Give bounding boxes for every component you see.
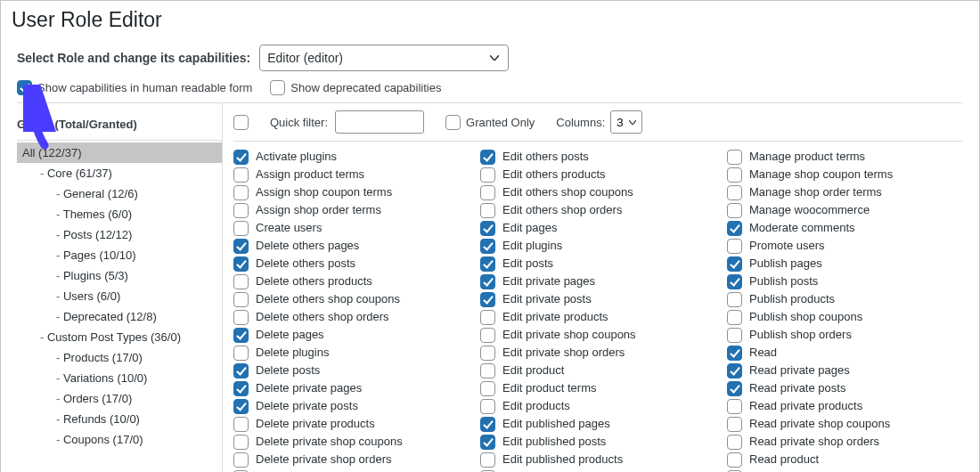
- group-item[interactable]: Plugins (5/3): [17, 265, 222, 286]
- capability-item[interactable]: Read: [727, 345, 963, 361]
- capability-item[interactable]: Manage product terms: [727, 149, 963, 165]
- capability-item[interactable]: Read private shop orders: [727, 434, 963, 450]
- capability-checkbox[interactable]: [480, 452, 495, 468]
- group-item[interactable]: Pages (10/10): [17, 245, 222, 265]
- capability-checkbox[interactable]: [727, 381, 742, 396]
- capability-checkbox[interactable]: [480, 221, 495, 236]
- capability-checkbox[interactable]: [480, 346, 495, 361]
- capability-item[interactable]: Assign shop coupon terms: [233, 184, 470, 200]
- capability-item[interactable]: Promote users: [727, 238, 963, 254]
- capability-checkbox[interactable]: [233, 381, 249, 396]
- capability-checkbox[interactable]: [480, 150, 495, 165]
- capability-item[interactable]: Edit pages: [480, 220, 716, 236]
- capability-item[interactable]: Read private products: [727, 398, 963, 414]
- capability-checkbox[interactable]: [480, 256, 495, 272]
- group-item[interactable]: Orders (17/0): [17, 388, 222, 409]
- capability-checkbox[interactable]: [727, 452, 742, 468]
- capability-checkbox[interactable]: [233, 452, 249, 468]
- capability-checkbox[interactable]: [233, 203, 249, 218]
- capability-item[interactable]: Edit private posts: [480, 291, 716, 307]
- capability-item[interactable]: Edit others shop orders: [480, 202, 716, 218]
- human-readable-checkbox[interactable]: [17, 80, 32, 95]
- capability-checkbox[interactable]: [480, 328, 495, 343]
- capability-checkbox[interactable]: [233, 167, 249, 183]
- capability-item[interactable]: Delete posts: [233, 362, 470, 378]
- columns-select[interactable]: 3: [610, 110, 642, 134]
- capability-item[interactable]: Edit published pages: [480, 416, 716, 432]
- capability-item[interactable]: Edit others products: [480, 167, 716, 183]
- capability-item[interactable]: Delete others products: [233, 273, 470, 289]
- capability-checkbox[interactable]: [233, 346, 249, 361]
- capability-item[interactable]: Edit plugins: [480, 238, 716, 254]
- group-item[interactable]: Products (17/0): [17, 347, 222, 368]
- capability-item[interactable]: Manage woocommerce: [727, 202, 963, 218]
- capability-checkbox[interactable]: [480, 310, 495, 325]
- capability-item[interactable]: Delete pages: [233, 327, 470, 343]
- capability-item[interactable]: Read private shop coupons: [727, 416, 963, 432]
- capability-item[interactable]: Read private pages: [727, 362, 963, 378]
- capability-checkbox[interactable]: [727, 399, 742, 414]
- capability-checkbox[interactable]: [727, 363, 742, 378]
- group-item[interactable]: General (12/6): [17, 183, 222, 204]
- capability-checkbox[interactable]: [727, 150, 742, 165]
- capability-item[interactable]: Edit posts: [480, 256, 716, 272]
- capability-item[interactable]: Read private posts: [727, 380, 963, 396]
- capability-checkbox[interactable]: [233, 185, 249, 200]
- quick-filter-input[interactable]: [335, 110, 424, 134]
- capability-checkbox[interactable]: [480, 435, 495, 450]
- capability-checkbox[interactable]: [233, 399, 249, 414]
- granted-only-toggle[interactable]: Granted Only: [445, 115, 535, 130]
- capability-checkbox[interactable]: [233, 221, 249, 236]
- capability-item[interactable]: Edit others shop coupons: [480, 184, 716, 200]
- capability-item[interactable]: Edit private pages: [480, 273, 716, 289]
- capability-checkbox[interactable]: [727, 221, 742, 236]
- group-item[interactable]: Posts (12/12): [17, 224, 222, 245]
- capability-checkbox[interactable]: [480, 381, 495, 396]
- capability-item[interactable]: Delete private shop orders: [233, 452, 470, 468]
- capability-item[interactable]: Delete private products: [233, 416, 470, 432]
- capability-item[interactable]: Publish posts: [727, 273, 963, 289]
- capability-checkbox[interactable]: [480, 185, 495, 200]
- capability-checkbox[interactable]: [480, 274, 495, 289]
- capability-checkbox[interactable]: [480, 363, 495, 378]
- capability-checkbox[interactable]: [233, 363, 249, 378]
- capability-item[interactable]: Manage shop coupon terms: [727, 167, 963, 183]
- capability-item[interactable]: Edit published posts: [480, 434, 716, 450]
- capability-checkbox[interactable]: [233, 328, 249, 343]
- capability-checkbox[interactable]: [233, 435, 249, 450]
- capability-item[interactable]: Delete private shop coupons: [233, 434, 470, 450]
- capability-item[interactable]: Delete plugins: [233, 345, 470, 361]
- capability-checkbox[interactable]: [727, 239, 742, 254]
- human-readable-toggle[interactable]: Show capabilities in human readable form: [17, 80, 252, 95]
- role-select[interactable]: Editor (editor): [259, 45, 509, 71]
- group-item[interactable]: Variations (10/0): [17, 368, 222, 388]
- capability-item[interactable]: Activate plugins: [233, 149, 470, 165]
- capability-checkbox[interactable]: [233, 150, 249, 165]
- capability-checkbox[interactable]: [233, 239, 249, 254]
- capability-item[interactable]: Moderate comments: [727, 220, 963, 236]
- capability-item[interactable]: Delete private posts: [233, 398, 470, 414]
- capability-checkbox[interactable]: [727, 328, 742, 343]
- capability-checkbox[interactable]: [480, 239, 495, 254]
- capability-item[interactable]: Delete others pages: [233, 238, 470, 254]
- capability-item[interactable]: Publish pages: [727, 256, 963, 272]
- capability-checkbox[interactable]: [233, 256, 249, 272]
- group-item[interactable]: Coupons (17/0): [17, 429, 222, 450]
- capability-checkbox[interactable]: [727, 167, 742, 183]
- capability-checkbox[interactable]: [233, 417, 249, 432]
- capability-item[interactable]: Edit others posts: [480, 149, 716, 165]
- capability-checkbox[interactable]: [480, 417, 495, 432]
- capability-item[interactable]: Manage shop order terms: [727, 184, 963, 200]
- capability-item[interactable]: Edit private products: [480, 309, 716, 325]
- capability-checkbox[interactable]: [727, 203, 742, 218]
- group-item[interactable]: Deprecated (12/8): [17, 306, 222, 327]
- capability-item[interactable]: Read product: [727, 452, 963, 468]
- capability-checkbox[interactable]: [480, 203, 495, 218]
- capability-checkbox[interactable]: [727, 435, 742, 450]
- capability-checkbox[interactable]: [727, 346, 742, 361]
- capability-checkbox[interactable]: [727, 310, 742, 325]
- deprecated-checkbox[interactable]: [270, 80, 285, 95]
- group-item[interactable]: Core (61/37): [17, 163, 222, 183]
- capability-item[interactable]: Edit private shop orders: [480, 345, 716, 361]
- capability-item[interactable]: Edit product terms: [480, 380, 716, 396]
